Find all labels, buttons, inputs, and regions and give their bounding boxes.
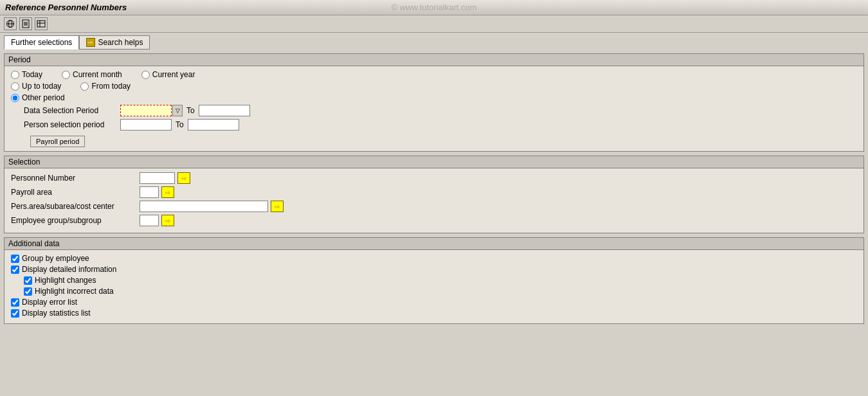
today-radio-group: Today bbox=[11, 70, 42, 79]
data-selection-period-row: Data Selection Period ▽ To bbox=[11, 105, 857, 116]
toolbar bbox=[0, 15, 868, 33]
payroll-period-container: Payroll period bbox=[11, 133, 857, 147]
main-content: Period Today Current month Current year bbox=[0, 50, 868, 332]
up-to-today-radio[interactable] bbox=[11, 82, 19, 91]
display-error-list-checkbox[interactable] bbox=[11, 298, 19, 307]
current-month-radio[interactable] bbox=[62, 71, 70, 79]
further-selections-tab[interactable]: Further selections bbox=[4, 35, 79, 50]
svg-rect-7 bbox=[37, 21, 45, 27]
person-selection-to-label: To bbox=[176, 120, 184, 129]
from-today-radio-group: From today bbox=[80, 82, 131, 91]
globe-icon[interactable] bbox=[4, 17, 17, 30]
today-radio[interactable] bbox=[11, 71, 19, 79]
employee-group-arrow-button[interactable]: ⇨ bbox=[161, 215, 174, 226]
display-error-list-row: Display error list bbox=[11, 298, 857, 307]
display-statistics-row: Display statistics list bbox=[11, 309, 857, 318]
current-month-radio-group: Current month bbox=[62, 70, 122, 79]
selection-section-body: Personnel Number ⇨ Payroll area ⇨ Pers.a… bbox=[5, 168, 863, 233]
person-selection-period-from-input[interactable] bbox=[120, 119, 172, 130]
selection-section-title: Selection bbox=[5, 156, 863, 168]
personnel-number-arrow-icon: ⇨ bbox=[181, 175, 186, 182]
additional-data-section: Additional data Group by employee Displa… bbox=[4, 237, 864, 324]
window-title: Reference Personnel Numbers bbox=[5, 3, 127, 12]
data-selection-period-label: Data Selection Period bbox=[24, 106, 120, 115]
selection-section: Selection Personnel Number ⇨ Payroll are… bbox=[4, 156, 864, 233]
display-detailed-row: Display detailed information bbox=[11, 265, 857, 274]
employee-group-arrow-icon: ⇨ bbox=[165, 217, 170, 224]
highlight-changes-row: Highlight changes bbox=[11, 276, 857, 285]
personnel-number-arrow-button[interactable]: ⇨ bbox=[177, 172, 190, 184]
payroll-area-arrow-button[interactable]: ⇨ bbox=[161, 186, 174, 198]
person-selection-period-label: Person selection period bbox=[24, 120, 120, 129]
data-selection-period-from-input[interactable] bbox=[120, 105, 172, 116]
person-selection-period-to-input[interactable] bbox=[188, 119, 239, 130]
further-selections-label: Further selections bbox=[11, 38, 72, 47]
current-year-radio[interactable] bbox=[141, 71, 150, 79]
current-year-radio-group: Current year bbox=[141, 70, 195, 79]
from-today-radio[interactable] bbox=[80, 82, 89, 91]
watermark: © www.tutorialkart.com bbox=[391, 3, 476, 12]
highlight-incorrect-label: Highlight incorrect data bbox=[35, 287, 114, 296]
display-detailed-label: Display detailed information bbox=[22, 265, 116, 274]
display-statistics-checkbox[interactable] bbox=[11, 309, 19, 318]
personnel-number-input[interactable] bbox=[140, 172, 175, 184]
additional-data-section-title: Additional data bbox=[5, 238, 863, 250]
period-section-title: Period bbox=[5, 54, 863, 66]
other-period-radio-group: Other period bbox=[11, 93, 65, 102]
data-selection-period-to-input[interactable] bbox=[199, 105, 250, 116]
period-section: Period Today Current month Current year bbox=[4, 53, 864, 152]
up-to-today-radio-group: Up to today bbox=[11, 82, 61, 91]
payroll-area-label: Payroll area bbox=[11, 188, 140, 197]
display-detailed-checkbox[interactable] bbox=[11, 266, 19, 274]
person-selection-period-row: Person selection period To bbox=[11, 119, 857, 130]
current-year-label: Current year bbox=[152, 70, 195, 79]
current-month-label: Current month bbox=[73, 70, 122, 79]
employee-group-input[interactable] bbox=[140, 215, 159, 226]
group-by-employee-row: Group by employee bbox=[11, 254, 857, 263]
pers-area-label: Pers.area/subarea/cost center bbox=[11, 202, 140, 211]
search-helps-label: Search helps bbox=[98, 38, 143, 47]
today-label: Today bbox=[22, 70, 42, 79]
highlight-incorrect-row: Highlight incorrect data bbox=[11, 287, 857, 296]
personnel-number-label: Personnel Number bbox=[11, 174, 140, 183]
period-section-body: Today Current month Current year Up to t… bbox=[5, 66, 863, 151]
additional-data-section-body: Group by employee Display detailed infor… bbox=[5, 250, 863, 323]
info-icon[interactable] bbox=[19, 17, 32, 30]
period-row-1: Today Current month Current year bbox=[11, 70, 857, 79]
highlight-changes-checkbox[interactable] bbox=[24, 276, 32, 285]
search-helps-tab[interactable]: ⇨ Search helps bbox=[79, 35, 150, 50]
employee-group-row: Employee group/subgroup ⇨ bbox=[11, 215, 857, 226]
tab-arrow-icon: ⇨ bbox=[86, 38, 95, 47]
payroll-period-button[interactable]: Payroll period bbox=[30, 136, 85, 147]
from-today-label: From today bbox=[91, 82, 131, 91]
personnel-number-row: Personnel Number ⇨ bbox=[11, 172, 857, 184]
payroll-area-input[interactable] bbox=[140, 186, 159, 198]
pers-area-input[interactable] bbox=[140, 201, 268, 212]
title-bar: Reference Personnel Numbers © www.tutori… bbox=[0, 0, 868, 15]
display-statistics-label: Display statistics list bbox=[22, 309, 91, 318]
highlight-changes-label: Highlight changes bbox=[35, 276, 96, 285]
pers-area-row: Pers.area/subarea/cost center ⇨ bbox=[11, 201, 857, 212]
data-selection-calendar-button[interactable]: ▽ bbox=[172, 105, 183, 116]
employee-group-label: Employee group/subgroup bbox=[11, 216, 140, 225]
pers-area-arrow-icon: ⇨ bbox=[275, 203, 280, 210]
display-error-list-label: Display error list bbox=[22, 298, 77, 307]
data-selection-to-label: To bbox=[186, 106, 195, 115]
group-by-employee-checkbox[interactable] bbox=[11, 255, 19, 263]
highlight-incorrect-checkbox[interactable] bbox=[24, 287, 32, 296]
other-period-row: Other period bbox=[11, 93, 857, 102]
other-period-label: Other period bbox=[22, 93, 65, 102]
payroll-area-row: Payroll area ⇨ bbox=[11, 186, 857, 198]
group-by-employee-label: Group by employee bbox=[22, 254, 89, 263]
other-period-radio[interactable] bbox=[11, 94, 19, 102]
period-row-2: Up to today From today bbox=[11, 82, 857, 91]
nav-icon[interactable] bbox=[35, 17, 48, 30]
tab-bar: Further selections ⇨ Search helps bbox=[0, 33, 868, 50]
payroll-area-arrow-icon: ⇨ bbox=[165, 189, 170, 196]
up-to-today-label: Up to today bbox=[22, 82, 61, 91]
pers-area-arrow-button[interactable]: ⇨ bbox=[271, 201, 284, 212]
